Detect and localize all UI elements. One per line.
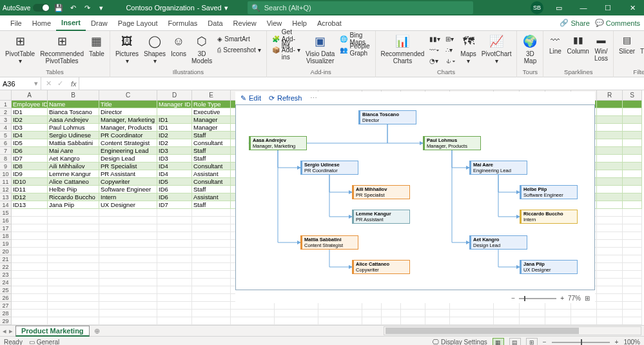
chart-line-icon[interactable]: 〰▾ — [428, 44, 442, 55]
cell[interactable] — [597, 124, 623, 132]
row-header[interactable]: 11 — [0, 178, 12, 186]
cell[interactable] — [48, 286, 99, 294]
cell[interactable] — [192, 294, 231, 302]
cell[interactable]: ID2 — [157, 139, 192, 147]
cell[interactable]: Assistant — [192, 170, 231, 178]
cell[interactable] — [623, 263, 642, 271]
cell[interactable]: Design Lead — [99, 155, 157, 163]
row-header[interactable]: 24 — [0, 279, 12, 286]
cell[interactable]: Consultant — [192, 163, 231, 170]
cell[interactable]: Software Engineer — [99, 186, 157, 193]
cell[interactable] — [597, 294, 623, 302]
cell[interactable] — [192, 209, 231, 217]
cell[interactable] — [157, 224, 192, 232]
row-header[interactable]: 18 — [0, 232, 12, 240]
cell[interactable] — [48, 224, 99, 232]
cell[interactable] — [623, 155, 642, 163]
cell[interactable]: Helbe Piip — [48, 186, 99, 193]
cell[interactable] — [623, 271, 642, 279]
cell[interactable] — [382, 317, 401, 325]
screenshot-button[interactable]: ⎙ Screenshot ▾ — [216, 44, 262, 55]
cell[interactable] — [450, 317, 494, 325]
cell[interactable] — [597, 232, 623, 240]
row-header[interactable]: 12 — [0, 186, 12, 193]
cell[interactable] — [192, 224, 231, 232]
cell[interactable] — [192, 310, 231, 317]
cell[interactable] — [192, 232, 231, 240]
org-node[interactable]: Jana PiipUX Designer — [520, 260, 578, 274]
cell[interactable]: ID5 — [157, 178, 192, 186]
row-header[interactable]: 1 — [0, 101, 12, 108]
cell[interactable]: Aet Kangro — [48, 155, 99, 163]
cell[interactable]: Staff — [192, 186, 231, 193]
fit-icon[interactable]: ⊞ — [585, 295, 590, 302]
tab-formulas[interactable]: Formulas — [163, 15, 203, 31]
icons-button[interactable]: ☺Icons — [168, 32, 189, 59]
cell[interactable] — [48, 209, 99, 217]
pivottable-button[interactable]: ⊞PivotTable▾ — [3, 32, 37, 66]
org-node[interactable]: Aili MihhailovPR Specialist — [352, 185, 410, 199]
cell[interactable] — [192, 317, 231, 325]
cell[interactable]: Manager — [192, 124, 231, 132]
cell[interactable]: ID9 — [12, 170, 48, 178]
refresh-button[interactable]: ⟳ Refresh — [269, 94, 302, 103]
next-sheet-icon[interactable]: ▸ — [9, 327, 13, 335]
row-header[interactable]: 23 — [0, 271, 12, 279]
cell[interactable] — [623, 248, 642, 255]
cell[interactable] — [623, 124, 642, 132]
cell[interactable] — [597, 279, 623, 286]
cell[interactable] — [48, 302, 99, 310]
cell[interactable]: Content Strategist — [99, 139, 157, 147]
cell[interactable] — [597, 263, 623, 271]
cell[interactable]: ID4 — [12, 132, 48, 139]
cell[interactable] — [157, 263, 192, 271]
pivotchart-button[interactable]: 📈PivotChart▾ — [479, 32, 514, 66]
cell[interactable] — [623, 193, 642, 201]
cell[interactable] — [192, 302, 231, 310]
cell[interactable] — [192, 263, 231, 271]
cell[interactable] — [623, 286, 642, 294]
cell[interactable]: Intern — [99, 193, 157, 201]
cell[interactable] — [192, 271, 231, 279]
sparkline-column-button[interactable]: ▮▮Column — [564, 32, 591, 56]
cell[interactable] — [362, 317, 382, 325]
org-node[interactable]: Mai AareEngineering Lead — [469, 161, 527, 175]
cell[interactable] — [157, 302, 192, 310]
cell[interactable] — [623, 255, 642, 263]
cell[interactable] — [401, 317, 425, 325]
add-sheet-icon[interactable]: ⊕ — [92, 327, 102, 335]
accessibility-status[interactable]: ▭ General — [29, 339, 59, 345]
cell[interactable] — [99, 286, 157, 294]
cell[interactable]: Staff — [192, 132, 231, 139]
cell[interactable] — [231, 317, 275, 325]
cell[interactable] — [99, 302, 157, 310]
row-header[interactable]: 10 — [0, 170, 12, 178]
cell[interactable] — [157, 248, 192, 255]
org-node[interactable]: Alice CattaneoCopywriter — [352, 260, 410, 274]
cell[interactable] — [597, 209, 623, 217]
recommended-charts-button[interactable]: 📊Recommended Charts — [378, 32, 427, 66]
cell[interactable] — [597, 116, 623, 124]
close-icon[interactable]: ✕ — [623, 2, 641, 14]
cell[interactable] — [12, 217, 48, 224]
cell[interactable]: Assistant — [192, 193, 231, 201]
cell[interactable] — [99, 224, 157, 232]
worksheet[interactable]: ABCDEFGHIJKLMNOPQRS 1Employee IDNameTitl… — [0, 90, 644, 325]
row-header[interactable]: 15 — [0, 209, 12, 217]
cell[interactable] — [597, 240, 623, 248]
cell[interactable]: ID1 — [157, 124, 192, 132]
sparkline-winloss-button[interactable]: ▬Win/ Loss — [592, 32, 610, 63]
share-button[interactable]: 🔗 Share — [560, 19, 589, 27]
more-icon[interactable]: ⋯ — [310, 94, 317, 103]
org-node[interactable]: Paul LohmusManager, Products — [423, 136, 481, 150]
cell[interactable] — [99, 271, 157, 279]
cell[interactable] — [99, 217, 157, 224]
cell[interactable] — [597, 132, 623, 139]
cell[interactable] — [425, 317, 450, 325]
tab-acrobat[interactable]: Acrobat — [312, 15, 347, 31]
cell[interactable] — [12, 310, 48, 317]
chevron-down-icon[interactable]: ▾ — [224, 4, 228, 12]
row-header[interactable]: 28 — [0, 310, 12, 317]
search-box[interactable]: 🔍 Search (Alt+Q) — [248, 1, 473, 14]
row-header[interactable]: 25 — [0, 286, 12, 294]
